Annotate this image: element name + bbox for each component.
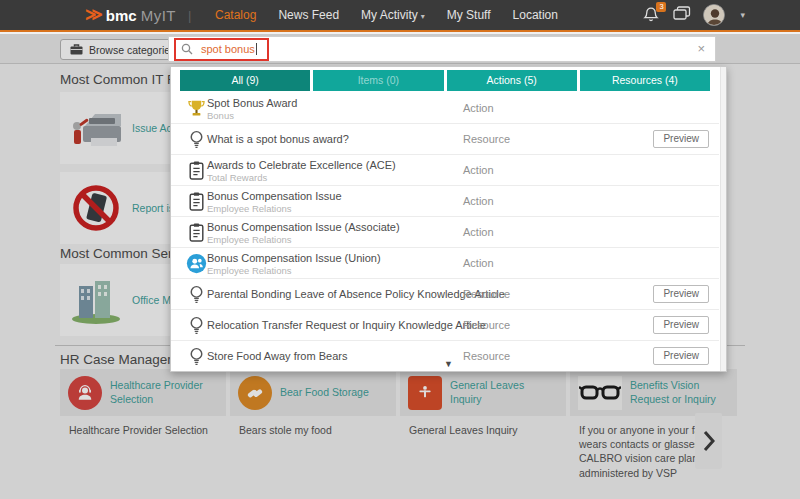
preview-button[interactable]: Preview <box>653 347 709 365</box>
search-icon <box>181 43 193 55</box>
search-input[interactable]: spot bonus <box>201 43 255 55</box>
lightbulb-icon <box>186 284 207 305</box>
logo-divider: | <box>188 8 191 23</box>
clipboard-icon <box>186 191 207 212</box>
close-icon[interactable]: × <box>697 41 705 57</box>
tab-items[interactable]: Items (0) <box>313 70 443 91</box>
result-subtitle: Bonus <box>207 110 457 121</box>
trophy-icon <box>186 98 207 119</box>
nav-item-location[interactable]: Location <box>513 8 558 22</box>
nav-right-cluster: 3 ▾ <box>643 0 745 30</box>
result-subtitle: Employee Relations <box>207 234 457 245</box>
result-row[interactable]: Spot Bonus Award Bonus Action <box>171 93 719 124</box>
text-cursor <box>256 43 257 55</box>
brand-myit: MyIT <box>141 7 176 24</box>
result-title: Parental Bonding Leave of Absence Policy… <box>207 283 457 306</box>
nav-item-news-feed[interactable]: News Feed <box>278 8 339 22</box>
clipboard-icon <box>186 160 207 181</box>
search-results-panel: All (9) Items (0) Actions (5) Resources … <box>170 66 727 372</box>
tab-resources[interactable]: Resources (4) <box>580 70 710 91</box>
chevron-down-icon[interactable]: ▾ <box>740 10 745 20</box>
result-row[interactable]: Parental Bonding Leave of Absence Policy… <box>171 279 719 310</box>
preview-button[interactable]: Preview <box>653 130 709 148</box>
screens-icon <box>673 6 691 21</box>
result-type: Resource <box>463 133 510 145</box>
nav-item-catalog[interactable]: Catalog <box>215 8 256 22</box>
results-list: Spot Bonus Award Bonus Action What is a … <box>171 93 719 372</box>
result-subtitle: Total Rewards <box>207 172 457 183</box>
users-group-icon <box>186 253 207 274</box>
top-navigation-bar: ≫ bmc MyIT | Catalog News Feed My Activi… <box>0 0 800 32</box>
result-row[interactable]: What is a spot bonus award? Resource Pre… <box>171 124 719 155</box>
bmc-chevrons-icon: ≫ <box>85 0 103 30</box>
result-title: What is a spot bonus award? <box>207 128 457 151</box>
result-type: Resource <box>463 288 510 300</box>
clipboard-icon <box>186 222 207 243</box>
result-title: Awards to Celebrate Excellence (ACE) <box>207 159 457 171</box>
result-title: Store Food Away from Bears <box>207 345 457 368</box>
bmc-myit-logo: ≫ bmc MyIT | <box>85 0 191 30</box>
result-title: Bonus Compensation Issue (Associate) <box>207 221 457 233</box>
brand-bmc: bmc <box>106 7 137 24</box>
result-type: Action <box>463 195 494 207</box>
result-row[interactable]: Awards to Celebrate Excellence (ACE) Tot… <box>171 155 719 186</box>
result-type: Resource <box>463 350 510 362</box>
result-row[interactable]: Relocation Transfer Request or Inquiry K… <box>171 310 719 341</box>
result-row[interactable]: Bonus Compensation Issue Employee Relati… <box>171 186 719 217</box>
result-type: Action <box>463 257 494 269</box>
tab-all[interactable]: All (9) <box>180 70 310 91</box>
nav-menu: Catalog News Feed My Activity▾ My Stuff … <box>215 0 558 30</box>
broadcast-button[interactable] <box>673 6 691 25</box>
result-subtitle: Employee Relations <box>207 265 457 276</box>
nav-item-my-stuff[interactable]: My Stuff <box>447 8 491 22</box>
lightbulb-icon <box>186 129 207 150</box>
result-row[interactable]: Bonus Compensation Issue (Associate) Emp… <box>171 217 719 248</box>
chevron-down-icon: ▾ <box>421 12 425 21</box>
result-subtitle: Employee Relations <box>207 203 457 214</box>
result-type: Resource <box>463 319 510 331</box>
user-avatar[interactable] <box>703 4 725 26</box>
preview-button[interactable]: Preview <box>653 316 709 334</box>
lightbulb-icon <box>186 315 207 336</box>
result-row[interactable]: Bonus Compensation Issue (Union) Employe… <box>171 248 719 279</box>
result-type: Action <box>463 226 494 238</box>
result-title: Spot Bonus Award <box>207 97 457 109</box>
lightbulb-icon <box>186 346 207 367</box>
nav-item-my-activity[interactable]: My Activity▾ <box>361 8 425 22</box>
scrollbar[interactable] <box>720 67 726 371</box>
result-title: Bonus Compensation Issue (Union) <box>207 252 457 264</box>
scroll-down-arrow[interactable]: ▼ <box>444 359 453 369</box>
results-tabs: All (9) Items (0) Actions (5) Resources … <box>180 70 710 91</box>
notifications-button[interactable]: 3 <box>643 6 661 24</box>
myit-catalog-screen: Most Common IT Requests Issue Accessing … <box>0 0 800 499</box>
result-type: Action <box>463 102 494 114</box>
result-type: Action <box>463 164 494 176</box>
preview-button[interactable]: Preview <box>653 285 709 303</box>
result-title: Bonus Compensation Issue <box>207 190 457 202</box>
result-title: Relocation Transfer Request or Inquiry K… <box>207 314 457 337</box>
tab-actions[interactable]: Actions (5) <box>447 70 577 91</box>
search-bar[interactable]: spot bonus × <box>168 36 716 62</box>
notification-count-badge: 3 <box>656 2 666 12</box>
